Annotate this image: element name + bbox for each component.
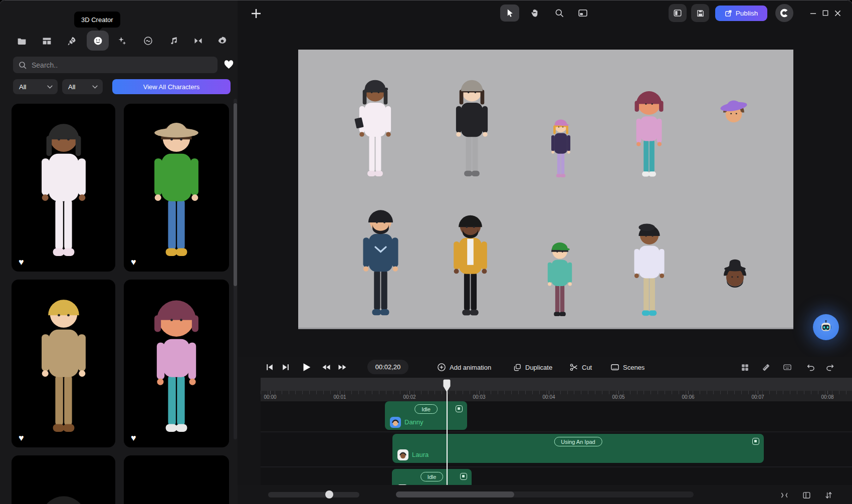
toggle-track-panel-button[interactable]: [801, 489, 812, 500]
skip-start-icon: [265, 362, 275, 372]
stage-character-cartoon-woman-pink[interactable]: [623, 86, 675, 179]
timeline-clip-Laura[interactable]: Using An IpadLaura: [392, 434, 764, 463]
skip-to-start-button[interactable]: [264, 360, 276, 374]
music-icon: [168, 36, 179, 46]
playhead-lane[interactable]: [261, 378, 852, 391]
nav-transition[interactable]: [187, 31, 209, 51]
timeline-scrollbar-thumb[interactable]: [396, 491, 514, 497]
ruler-label: 00:07: [751, 394, 764, 400]
filter-dropdown-1[interactable]: All: [13, 79, 58, 94]
nav-effects[interactable]: [111, 31, 133, 51]
nav-music[interactable]: [162, 31, 184, 51]
character-card-man-tan-outfit[interactable]: ♥: [12, 280, 115, 447]
stage-character-woman-tablet[interactable]: [347, 76, 403, 179]
time-display: 00:02,20: [367, 360, 408, 374]
ruler-label: 00:05: [612, 394, 624, 400]
view-all-characters-button[interactable]: View All Characters: [112, 79, 231, 94]
search-box[interactable]: [13, 57, 218, 73]
cut-button[interactable]: Cut: [569, 360, 592, 374]
app-logo[interactable]: [775, 4, 793, 22]
ruler-major-tick: [618, 391, 619, 394]
fit-timeline-button[interactable]: [777, 489, 788, 500]
zoom-slider-knob[interactable]: [325, 490, 333, 498]
clip-loop-icon[interactable]: [456, 405, 463, 412]
rewind-button[interactable]: [320, 360, 333, 374]
timeline-clip-Danny[interactable]: IdleDanny: [385, 401, 467, 430]
stage-character-head-black-hat[interactable]: [716, 255, 754, 293]
tooltip-label: 3D Creator: [81, 16, 113, 24]
timeline-panel: 00:02,20 Add animation Duplicate Cut Sce…: [238, 357, 852, 504]
zoom-tool[interactable]: [550, 5, 569, 22]
sidebar-scrollbar-thumb[interactable]: [234, 103, 237, 286]
keyboard-icon: [783, 363, 792, 372]
add-animation-button[interactable]: Add animation: [437, 360, 491, 374]
search-input[interactable]: [31, 61, 198, 70]
play-button[interactable]: [300, 360, 313, 374]
track-separator: [261, 431, 852, 432]
stage-character-man-yellow-jacket[interactable]: [441, 210, 500, 318]
grid-view-button[interactable]: [739, 360, 751, 374]
close-button[interactable]: [832, 8, 843, 19]
save-button[interactable]: [691, 4, 709, 22]
fast-forward-button[interactable]: [336, 360, 349, 374]
nav-character[interactable]: [87, 31, 109, 51]
character-card-man-beard-partial[interactable]: [12, 455, 115, 504]
card-figure: [139, 493, 214, 504]
nav-motion[interactable]: [137, 31, 159, 51]
character-card-cartoon-woman-pink[interactable]: ♥: [124, 280, 229, 447]
pip-tool[interactable]: [573, 5, 592, 22]
clip-loop-icon[interactable]: [752, 438, 759, 445]
timeline-scrollbar[interactable]: [396, 491, 694, 497]
character-card-dark-hair-partial[interactable]: [124, 455, 229, 504]
scenes-button[interactable]: Scenes: [610, 360, 645, 374]
toggle-panel-button[interactable]: [669, 4, 687, 22]
card-heart-icon[interactable]: ♥: [131, 433, 136, 442]
ruler-label: 00:01: [333, 394, 346, 400]
skip-to-end-button[interactable]: [280, 360, 292, 374]
undo-button[interactable]: [805, 360, 817, 374]
playhead-handle[interactable]: [443, 379, 451, 394]
timeline-clip-track3[interactable]: Idle: [392, 469, 472, 485]
ai-assistant-button[interactable]: [813, 314, 839, 340]
ruler-label: 00:02: [403, 394, 415, 400]
minimize-button[interactable]: [807, 8, 818, 19]
reorder-tracks-button[interactable]: [823, 489, 834, 500]
clip-loop-icon[interactable]: [460, 473, 467, 480]
character-card-cowgirl-green-shirt[interactable]: ♥: [124, 104, 229, 272]
ruler-major-tick: [827, 391, 828, 394]
timeline-ruler[interactable]: 00:0000:0100:0200:0300:0400:0500:0600:07…: [261, 391, 852, 401]
nav-settings[interactable]: [211, 31, 233, 51]
card-figure: [26, 477, 101, 504]
ruler-tool-button[interactable]: [760, 360, 772, 374]
stage-character-woman-gray-pants[interactable]: [444, 76, 500, 179]
select-tool[interactable]: [500, 5, 519, 22]
shortcuts-button[interactable]: [781, 360, 793, 374]
stage-character-man-owl-sweater[interactable]: [349, 204, 412, 318]
ruler-major-tick: [688, 391, 689, 394]
add-scene-plus-icon[interactable]: [251, 8, 262, 21]
nav-template[interactable]: [36, 31, 58, 51]
stage-character-man-beret[interactable]: [622, 220, 676, 318]
timeline-zoom-slider[interactable]: [268, 492, 359, 497]
filter-1-value: All: [19, 83, 26, 91]
character-card-woman-white-outfit[interactable]: ♥: [12, 104, 115, 272]
stage-character-head-purple-hat[interactable]: [716, 93, 751, 128]
duplicate-button[interactable]: Duplicate: [513, 360, 552, 374]
maximize-button[interactable]: [820, 8, 831, 19]
card-heart-icon[interactable]: ♥: [19, 258, 24, 267]
nav-rocket[interactable]: [61, 31, 83, 51]
redo-button[interactable]: [824, 360, 836, 374]
sidebar-scrollbar[interactable]: [234, 99, 237, 439]
card-heart-icon[interactable]: ♥: [131, 258, 136, 267]
ruler-label: 00:08: [821, 394, 833, 400]
stage-character-girl-pink-cap[interactable]: [544, 117, 578, 179]
skip-end-icon: [281, 362, 291, 372]
publish-button[interactable]: Publish: [715, 6, 767, 21]
stage-character-boy-green-cap[interactable]: [538, 239, 581, 318]
card-heart-icon[interactable]: ♥: [19, 433, 24, 442]
favorites-heart-icon[interactable]: [224, 60, 234, 71]
pan-tool[interactable]: [525, 5, 544, 22]
filter-dropdown-2[interactable]: All: [62, 79, 103, 94]
stage[interactable]: [298, 50, 793, 329]
nav-folder[interactable]: [11, 31, 33, 51]
